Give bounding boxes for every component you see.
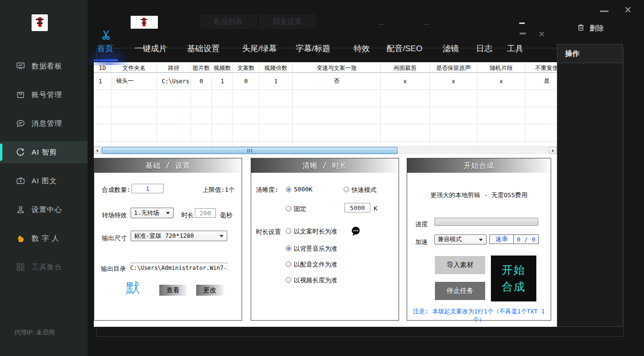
radio-by-copywriting-label[interactable]: 以文案时长为准 (294, 227, 337, 236)
window-minimize-button[interactable] (600, 11, 609, 12)
view-button[interactable]: 查看 (159, 285, 187, 296)
radio-by-copywriting[interactable] (286, 228, 291, 234)
tab-8[interactable]: 滤镜 (443, 43, 459, 54)
column-header-9[interactable]: 画面裁剪 (381, 64, 430, 73)
tab-4[interactable]: 头尾/绿幕 (242, 43, 277, 54)
sidebar-item-label: 数 字 人 (32, 234, 59, 243)
output-dir-value[interactable]: C:\Users\Administrator.Win7-2023L (130, 263, 228, 271)
column-header-5[interactable]: 视频数 (212, 64, 233, 73)
column-header-6[interactable]: 文案数 (233, 64, 259, 73)
hint-bubble-icon[interactable] (350, 226, 361, 239)
transition-duration-input[interactable] (195, 208, 216, 218)
empty-cell (525, 124, 557, 142)
fixed-bitrate-input[interactable] (344, 203, 370, 212)
empty-cell (191, 107, 212, 124)
digital-human-icon (15, 233, 26, 244)
ghost-minimize-icon (423, 24, 430, 25)
tools-icon (15, 262, 26, 272)
sidebar-item-3[interactable]: 消息管理 (0, 112, 88, 134)
milliseconds-label: 毫秒 (220, 211, 233, 220)
radio-by-dub-label[interactable]: 以配音文件为准 (294, 260, 337, 269)
version-note: 注意: 本版起文案改为1行1个（不再是1个TXT 1个） (407, 308, 551, 324)
transition-select[interactable]: 1.无转场 (131, 208, 174, 218)
inner-window-logo (131, 16, 158, 29)
column-header-7[interactable]: 视频倍数 (259, 64, 293, 73)
table-cell: 1 (212, 73, 233, 90)
radio-fixed[interactable] (286, 206, 291, 211)
sidebar-item-2[interactable]: 账号管理 (0, 84, 88, 106)
basic-settings-header: 基础 / 设置 (94, 158, 242, 173)
column-header-8[interactable]: 变速与文案一致 (293, 64, 381, 73)
table-cell: x (430, 73, 477, 90)
window-close-button[interactable]: × (624, 4, 632, 16)
empty-cell (430, 107, 477, 124)
tab-10[interactable]: 工具 (507, 43, 523, 54)
radio-by-bgm-label[interactable]: 以背景音乐为准 (294, 245, 337, 253)
private-message-list-button[interactable]: 私信列表 (200, 14, 257, 29)
empty-cell (157, 107, 191, 124)
empty-cell (293, 142, 381, 146)
default-button[interactable]: 默 (126, 278, 140, 298)
empty-cell (477, 124, 525, 142)
rate-button[interactable]: 速率 (489, 234, 514, 244)
reply-settings-button[interactable]: 回复设置 (259, 14, 316, 29)
compose-count-input[interactable] (132, 184, 164, 193)
column-header-12[interactable]: 不重复使 (525, 64, 557, 73)
inner-minimize-icon[interactable] (519, 22, 525, 24)
empty-cell (94, 107, 111, 124)
tab-9[interactable]: 日志 (476, 43, 492, 54)
ghost-minimize-icon (378, 24, 384, 25)
scroll-right-button[interactable] (549, 147, 556, 154)
change-button[interactable]: 更改 (196, 285, 223, 296)
ai-cut-icon (15, 147, 26, 157)
import-material-button[interactable]: 导入素材 (435, 256, 485, 274)
column-header-3[interactable]: 路径 (157, 64, 191, 73)
radio-by-video-length[interactable] (286, 277, 291, 283)
sidebar-item-4[interactable]: AI 智剪 (0, 141, 88, 163)
tab-7[interactable]: 配音/SEO (387, 43, 422, 54)
radio-5000k[interactable] (286, 187, 291, 192)
radio-by-dub[interactable] (286, 261, 291, 267)
radio-fast-mode-label[interactable]: 快速模式 (352, 186, 377, 194)
delete-button[interactable]: 删除 (577, 23, 604, 34)
tab-2[interactable]: 一键成片 (134, 43, 167, 54)
radio-fixed-label[interactable]: 固定 (294, 205, 306, 213)
sidebar-item-5[interactable]: AI 图文 (0, 170, 88, 192)
output-size-select[interactable]: 标准-竖版 720*1280 (131, 231, 227, 241)
sidebar-item-8[interactable]: 工具集合 (0, 256, 88, 278)
radio-by-bgm[interactable] (286, 245, 291, 251)
column-header-11[interactable]: 随机片段 (477, 64, 525, 73)
stop-task-button[interactable]: 停止任务 (435, 282, 485, 300)
tab-6[interactable]: 特效 (354, 43, 370, 54)
basic-settings-panel: 基础 / 设置 合成数量: 上限值:1个 转场特效 1.无转场 时长 毫秒 输出… (94, 158, 242, 321)
accelerate-mode-select[interactable]: 兼容模式 (434, 234, 487, 245)
empty-cell (293, 90, 381, 107)
table-row[interactable]: 1镜头一C:\Users...0101否xxx是 (94, 73, 557, 90)
sidebar-item-6[interactable]: 设置中心 (0, 199, 88, 221)
column-header-4[interactable]: 图片数 (191, 64, 212, 73)
clarity-duration-header: 清晰 / 时长 (251, 158, 399, 173)
inner-window-minimize-button[interactable] (520, 33, 526, 34)
scroll-left-button[interactable] (94, 147, 101, 154)
inner-window-close-button[interactable]: × (539, 29, 544, 39)
bitrate-unit-label: K (374, 205, 378, 212)
sidebar-item-7[interactable]: 数 字 人 (0, 227, 88, 249)
radio-by-video-length-label[interactable]: 以视频长度为准 (294, 276, 337, 285)
start-compose-button[interactable]: 开始 合成 (491, 256, 536, 301)
horizontal-scrollbar[interactable] (94, 146, 557, 154)
start-compose-header: 开始合成 (407, 158, 551, 173)
empty-cell (430, 90, 477, 107)
tab-1[interactable]: 首页 (97, 43, 113, 54)
radio-5000k-label[interactable]: 5000K (294, 186, 312, 193)
empty-cell (94, 142, 111, 146)
radio-fast-mode[interactable] (344, 187, 349, 192)
active-tab-underline (94, 59, 118, 61)
scrollbar-thumb[interactable] (102, 147, 398, 154)
sidebar-item-1[interactable]: 数据看板 (0, 55, 88, 77)
tab-5[interactable]: 字幕/标题 (296, 43, 331, 54)
sidebar-item-label: 账号管理 (32, 90, 62, 100)
empty-cell (212, 90, 233, 107)
empty-cell (381, 90, 430, 107)
column-header-10[interactable]: 是否保留原声 (430, 64, 477, 73)
tab-3[interactable]: 基础设置 (187, 43, 220, 54)
